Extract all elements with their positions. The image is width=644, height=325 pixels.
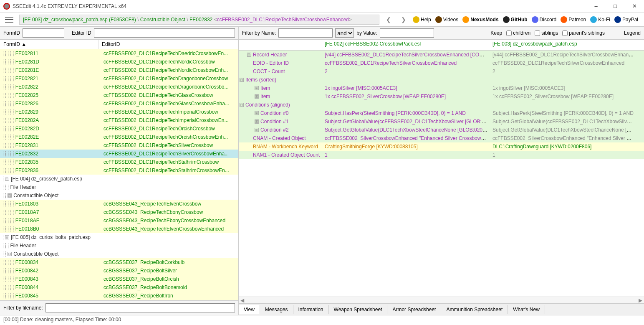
tree-row[interactable]: ┊┊⊟Constructible Object: [0, 250, 238, 258]
keep-parents[interactable]: parent's siblings: [562, 30, 605, 36]
tree-row[interactable]: ┊┊┊┊┊FE002835ccFFBSSE002_DLC1RecipeTechS…: [0, 158, 238, 166]
tree-row[interactable]: ┊┊┊┊┊FE000834ccBGSSSE037_RecipeBoltCorkb…: [0, 258, 238, 267]
bottom-tabs: ViewMessagesInformationWeapon Spreadshee…: [239, 303, 644, 315]
tree-row[interactable]: ┊┊┊┊┊FE000844ccBGSSSE037_RecipeBoltBonem…: [0, 283, 238, 292]
record-row[interactable]: COCT - Count22: [239, 67, 644, 76]
right-panel: Filter by Name: and by Value: Keep child…: [239, 27, 644, 315]
filter-value-input[interactable]: [380, 28, 434, 38]
scrollbar-h[interactable]: ◀▶: [239, 297, 644, 303]
tree-row[interactable]: ┊⊟[FE 004] dz_crosselv_patch.esp: [0, 175, 238, 183]
tab-weapon-spreadsheet[interactable]: Weapon Spreadsheet: [329, 305, 388, 314]
tree-row[interactable]: ┊┊┊┊┊FE00281DccFFBSSE002_DLC1RecipeTechN…: [0, 58, 238, 66]
github-link[interactable]: GitHub: [503, 16, 528, 23]
col-editorid[interactable]: EditorID: [98, 40, 238, 49]
github-icon: [503, 16, 510, 23]
tab-information[interactable]: Information: [293, 305, 329, 314]
tree-row[interactable]: ┊┊┊┊┊FE002821ccFFBSSE002_DLC1RecipeTechD…: [0, 74, 238, 83]
tree-row[interactable]: ┊┊┊┊┊FE002825ccFFBSSE002_DLC1RecipeTechG…: [0, 91, 238, 99]
help-links: Help Videos NexusMods GitHub Discord Pat…: [413, 16, 641, 23]
patreon-link[interactable]: Patreon: [561, 16, 586, 23]
tab-ammunition-spreadsheet[interactable]: Ammunition Spreadsheet: [441, 305, 508, 314]
col-formid[interactable]: FormID ▲: [0, 40, 98, 49]
filter-op-select[interactable]: and: [335, 28, 354, 38]
nexus-link[interactable]: NexusMods: [462, 16, 498, 23]
filter-value-label: by Value:: [356, 30, 377, 36]
nav-forward-button[interactable]: ❯: [398, 15, 409, 24]
videos-link[interactable]: Videos: [435, 16, 458, 23]
tab-view[interactable]: View: [239, 305, 260, 314]
record-row[interactable]: ⊞Condition #0Subject.HasPerk(SteelSmithi…: [239, 109, 644, 117]
keep-children[interactable]: children: [506, 30, 530, 36]
formid-input[interactable]: [23, 28, 64, 38]
tree-row[interactable]: ┊┊┊┊┊FE001803ccBGSSSE043_RecipeTechElven…: [0, 200, 238, 208]
nav-back-button[interactable]: ❮: [383, 15, 394, 24]
tree-row[interactable]: ┊┊┊┊┊FE0018A7ccBGSSSE043_RecipeTechEbony…: [0, 208, 238, 216]
tree-row[interactable]: ┊┊┊┊┊FE00282AccFFBSSE002_DLC1RecipeTechI…: [0, 116, 238, 124]
toolbar: [FE 003] dz_crossbowpack_patch.esp (F035…: [0, 13, 644, 27]
discord-icon: [532, 16, 538, 23]
keep-siblings[interactable]: siblings: [535, 30, 558, 36]
tree-row[interactable]: ┊┊┊┊┊FE002831ccFFBSSE002_DLC1RecipeTechS…: [0, 141, 238, 150]
record-row[interactable]: ⊞Item1x ingotSilver [MISC:0005ACE3]1x in…: [239, 84, 644, 92]
record-row[interactable]: BNAM - Workbench KeywordCraftingSmithing…: [239, 142, 644, 151]
kofi-link[interactable]: Ko-Fi: [590, 16, 610, 23]
menu-icon[interactable]: [5, 17, 13, 23]
path-editorid: ccFFBSSE002_DLC1RecipeTechSilverCrossbow…: [217, 17, 349, 23]
col-plugin-b[interactable]: [FE 003] dz_crossbowpack_patch.esp: [490, 40, 637, 50]
tab-messages[interactable]: Messages: [260, 305, 293, 314]
tree-row[interactable]: ┊┊┊┊┊FE002822ccFFBSSE002_DLC1RecipeTechD…: [0, 83, 238, 91]
record-row[interactable]: ⊟Conditions (aligned): [239, 101, 644, 109]
tree-row[interactable]: ┊┊┊┊┊FE002826ccFFBSSE002_DLC1RecipeTechG…: [0, 99, 238, 108]
record-row[interactable]: CNAM - Created ObjectccFFBSSE002_SilverC…: [239, 134, 644, 142]
tree-header: FormID ▲ EditorID: [0, 40, 238, 49]
tree-row[interactable]: ┊┊┊┊┊FE00282DccFFBSSE002_DLC1RecipeTechO…: [0, 124, 238, 133]
record-row[interactable]: NAM1 - Created Object Count11: [239, 151, 644, 159]
record-row[interactable]: ⊞Item1x ccFFBSSE002_SilverCrossbow [WEAP…: [239, 92, 644, 101]
tree-row[interactable]: ┊┊┊┊┊FE0018AFccBGSSSE043_RecipeTechEbony…: [0, 216, 238, 225]
path-plugin: [FE 003] dz_crossbowpack_patch.esp (F035…: [23, 17, 136, 23]
tree-row[interactable]: ┊⊟[FE 005] dz_curios_bolts_patch.esp: [0, 233, 238, 241]
tree-row[interactable]: ┊┊┊┊┊FE000842ccBGSSSE037_RecipeBoltSilve…: [0, 267, 238, 275]
tree-row[interactable]: ┊┊┊File Header: [0, 183, 238, 191]
record-row[interactable]: ⊞Condition #1Subject.GetGlobalValue(ccFF…: [239, 117, 644, 126]
record-row[interactable]: ⊟Items (sorted): [239, 76, 644, 84]
record-row[interactable]: EDID - Editor IDccFFBSSE002_DLC1RecipeTe…: [239, 59, 644, 67]
tree-row[interactable]: ┊┊⊟Constructible Object: [0, 191, 238, 200]
kofi-icon: [590, 16, 597, 23]
help-link[interactable]: Help: [413, 16, 431, 23]
maximize-button[interactable]: □: [606, 0, 625, 13]
minimize-button[interactable]: –: [586, 0, 606, 13]
filter-name-label: Filter by Name:: [242, 30, 276, 36]
breadcrumb[interactable]: [FE 003] dz_crossbowpack_patch.esp (F035…: [19, 15, 379, 25]
tree-row[interactable]: ┊┊┊┊┊FE002829ccFFBSSE002_DLC1RecipeTechI…: [0, 108, 238, 116]
record-tree[interactable]: ┊┊┊┊┊FE002811ccFFBSSE002_DLC1RecipeTechD…: [0, 49, 238, 300]
record-filter-row: Filter by Name: and by Value: Keep child…: [239, 27, 644, 40]
tree-row[interactable]: ┊┊┊┊┊FE00281EccFFBSSE002_DLC1RecipeTechN…: [0, 66, 238, 74]
record-grid: [FE 002] ccFFBSSE002-CrossbowPack.esl [F…: [239, 40, 644, 297]
record-row[interactable]: ⊞Record Header[v44] ccFFBSSE002_DLC1Reci…: [239, 51, 644, 59]
paypal-icon: [614, 16, 621, 23]
tree-row[interactable]: ┊┊┊┊┊FE0018B0ccBGSSSE043_RecipeTechElven…: [0, 225, 238, 233]
filename-filter-input[interactable]: [45, 303, 235, 312]
tree-row[interactable]: ┊┊┊┊┊FE002832ccFFBSSE002_DLC1RecipeTechS…: [0, 150, 238, 158]
legend-link[interactable]: Legend: [624, 30, 641, 36]
tab-armor-spreadsheet[interactable]: Armor Spreadsheet: [387, 305, 441, 314]
paypal-link[interactable]: PayPal: [614, 16, 638, 23]
tab-what's-new[interactable]: What's New: [508, 305, 545, 314]
col-field: [239, 40, 322, 50]
filter-name-input[interactable]: [278, 28, 333, 38]
record-row[interactable]: ⊞Condition #2Subject.GetGlobalValue(DLC1…: [239, 126, 644, 134]
video-icon: [435, 16, 442, 23]
id-search-row: FormID Editor ID: [0, 27, 238, 40]
tree-row[interactable]: ┊┊┊┊┊FE000843ccBGSSSE037_RecipeBoltOrcis…: [0, 275, 238, 283]
tree-row[interactable]: ┊┊┊┊┊FE00282EccFFBSSE002_DLC1RecipeTechO…: [0, 133, 238, 141]
tree-row[interactable]: ┊┊┊File Header: [0, 241, 238, 250]
tree-row[interactable]: ┊┊┊┊┊FE000845ccBGSSSE037_RecipeBoltIron: [0, 292, 238, 300]
col-plugin-a[interactable]: [FE 002] ccFFBSSE002-CrossbowPack.esl: [322, 40, 490, 50]
record-grid-header: [FE 002] ccFFBSSE002-CrossbowPack.esl [F…: [239, 40, 644, 51]
tree-row[interactable]: ┊┊┊┊┊FE002811ccFFBSSE002_DLC1RecipeTechD…: [0, 49, 238, 58]
close-button[interactable]: ✕: [625, 0, 644, 13]
discord-link[interactable]: Discord: [532, 16, 557, 23]
editorid-input[interactable]: [94, 28, 235, 38]
tree-row[interactable]: ┊┊┊┊┊FE002836ccFFBSSE002_DLC1RecipeTechS…: [0, 166, 238, 175]
